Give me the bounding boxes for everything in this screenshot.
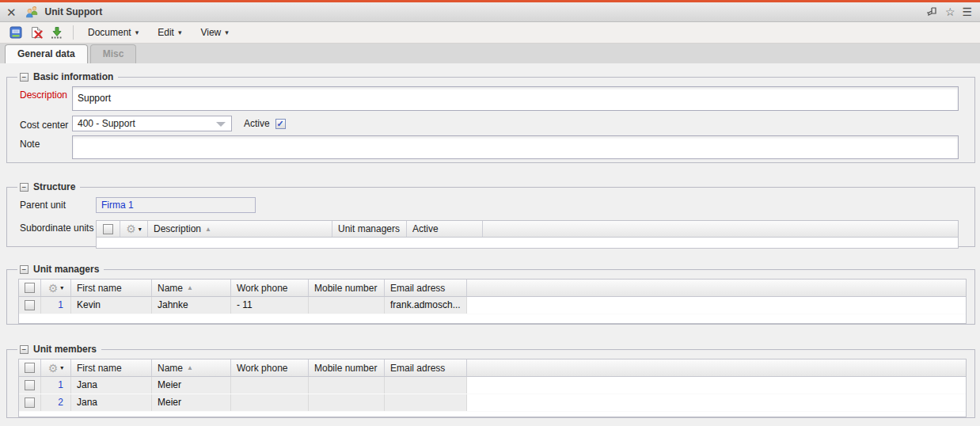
active-label: Active xyxy=(244,118,270,129)
table-row[interactable]: 2 Jana Meier xyxy=(19,394,966,412)
cost-center-select[interactable]: 400 - Support xyxy=(72,116,232,131)
column-header-name[interactable]: Name ▲ xyxy=(152,280,231,296)
collapse-icon[interactable]: − xyxy=(20,183,28,192)
window-titlebar: ✕ Unit Support ☆ ☰ xyxy=(0,0,980,22)
column-header-filler xyxy=(467,280,966,296)
caret-down-icon: ▾ xyxy=(60,364,63,371)
column-header-active[interactable]: Active xyxy=(407,221,483,237)
grid-actions-button[interactable]: ⚙ ▾ xyxy=(41,280,71,296)
column-header-work-phone[interactable]: Work phone xyxy=(231,359,309,376)
menu-edit[interactable]: Edit ▾ xyxy=(150,25,188,40)
gear-icon: ⚙ xyxy=(126,223,136,234)
column-header-first-name[interactable]: First name xyxy=(71,359,152,376)
row-number-link[interactable]: 1 xyxy=(41,297,71,314)
select-all-cell xyxy=(19,280,41,296)
column-header-first-name[interactable]: First name xyxy=(71,280,152,296)
table-row[interactable]: 1 Jana Meier xyxy=(19,377,966,394)
active-checkbox[interactable]: ✓ xyxy=(275,119,286,129)
cell-filler xyxy=(467,297,966,314)
toolbar-separator xyxy=(73,25,74,40)
column-header-description[interactable]: Description ▲ xyxy=(148,221,332,237)
save-floppy-icon xyxy=(9,26,22,39)
grid-actions-button[interactable]: ⚙ ▾ xyxy=(120,221,148,237)
table-row[interactable]: 1 Kevin Jahnke - 11 frank.admosch... xyxy=(19,297,966,314)
menu-icon[interactable]: ☰ xyxy=(962,6,972,17)
section-structure: − Structure Parent unit Firma 1 Subordin… xyxy=(6,187,975,247)
cell-mobile-number xyxy=(309,394,385,411)
unit-managers-grid: ⚙ ▾ First name Name ▲ Work phone Mobile … xyxy=(18,279,967,324)
menu-document[interactable]: Document ▾ xyxy=(81,25,146,40)
column-header-work-phone[interactable]: Work phone xyxy=(231,280,309,296)
save-button[interactable] xyxy=(6,24,25,41)
grid-actions-button[interactable]: ⚙ ▾ xyxy=(41,359,71,376)
dropdown-arrow-icon xyxy=(216,122,226,127)
column-header-email[interactable]: Email adress xyxy=(385,280,467,296)
star-icon[interactable]: ☆ xyxy=(945,6,955,17)
column-header-mobile-number[interactable]: Mobile number xyxy=(309,280,385,296)
parent-unit-field[interactable]: Firma 1 xyxy=(96,197,256,213)
description-input[interactable] xyxy=(72,86,959,111)
row-checkbox[interactable] xyxy=(25,397,35,408)
row-number-link[interactable]: 1 xyxy=(41,377,71,394)
cell-email xyxy=(385,394,467,411)
column-header-filler xyxy=(467,359,966,376)
section-unit-managers: − Unit managers ⚙ ▾ First name Name ▲ xyxy=(6,269,975,325)
select-all-cell xyxy=(97,221,120,237)
cell-filler xyxy=(467,394,966,411)
note-input[interactable] xyxy=(72,135,959,159)
import-button[interactable] xyxy=(47,24,66,41)
select-all-checkbox[interactable] xyxy=(25,283,35,293)
grid-footer-space xyxy=(19,412,966,417)
section-legend: − Unit managers xyxy=(17,263,104,276)
cell-name: Meier xyxy=(152,377,231,394)
note-label: Note xyxy=(20,135,72,159)
subordinate-units-grid: ⚙ ▾ Description ▲ Unit managers Active xyxy=(96,220,959,249)
parent-unit-label: Parent unit xyxy=(20,197,96,213)
section-unit-members: − Unit members ⚙ ▾ First name Name ▲ xyxy=(6,349,975,418)
column-header-name[interactable]: Name ▲ xyxy=(152,359,231,376)
pin-icon[interactable] xyxy=(926,6,938,19)
discard-document-button[interactable] xyxy=(27,24,46,41)
tab-general-data[interactable]: General data xyxy=(5,44,88,63)
column-header-email[interactable]: Email adress xyxy=(385,359,467,376)
sort-asc-icon: ▲ xyxy=(187,284,193,291)
parent-unit-link[interactable]: Firma 1 xyxy=(101,200,134,211)
column-header-unit-managers[interactable]: Unit managers xyxy=(332,221,407,237)
subordinate-units-label: Subordinate units xyxy=(20,220,96,249)
sort-asc-icon: ▲ xyxy=(187,364,193,371)
collapse-icon[interactable]: − xyxy=(20,73,28,82)
collapse-icon[interactable]: − xyxy=(20,345,28,354)
column-header-mobile-number[interactable]: Mobile number xyxy=(309,359,385,376)
caret-down-icon: ▾ xyxy=(178,29,182,36)
cell-name: Meier xyxy=(152,394,231,411)
caret-down-icon: ▾ xyxy=(60,284,63,291)
row-select-cell xyxy=(19,297,41,314)
close-icon[interactable]: ✕ xyxy=(6,6,17,18)
cell-first-name: Kevin xyxy=(71,297,152,314)
toolbar: Document ▾ Edit ▾ View ▾ xyxy=(0,22,980,44)
select-all-checkbox[interactable] xyxy=(103,224,113,234)
empty-grid-body xyxy=(97,238,958,247)
sort-asc-icon: ▲ xyxy=(205,226,211,233)
unit-members-grid: ⚙ ▾ First name Name ▲ Work phone Mobile … xyxy=(18,359,967,417)
cell-first-name: Jana xyxy=(71,377,152,394)
menu-view-label: View xyxy=(200,27,221,38)
collapse-icon[interactable]: − xyxy=(20,265,28,274)
menu-view[interactable]: View ▾ xyxy=(193,25,235,40)
row-checkbox[interactable] xyxy=(25,380,35,390)
tab-misc[interactable]: Misc xyxy=(90,44,137,63)
cell-mobile-number xyxy=(309,297,385,314)
gear-icon: ⚙ xyxy=(48,283,59,294)
row-select-cell xyxy=(19,377,41,394)
caret-down-icon: ▾ xyxy=(225,29,229,36)
row-checkbox[interactable] xyxy=(25,300,35,310)
cell-work-phone xyxy=(231,394,309,411)
row-number-link[interactable]: 2 xyxy=(41,394,71,411)
cost-center-label: Cost center xyxy=(20,116,72,131)
column-header-filler xyxy=(483,221,958,237)
grid-footer-space xyxy=(19,314,966,324)
cell-mobile-number xyxy=(309,377,385,394)
legend-label: Unit members xyxy=(33,343,97,356)
legend-label: Structure xyxy=(33,181,75,193)
select-all-checkbox[interactable] xyxy=(25,363,35,373)
